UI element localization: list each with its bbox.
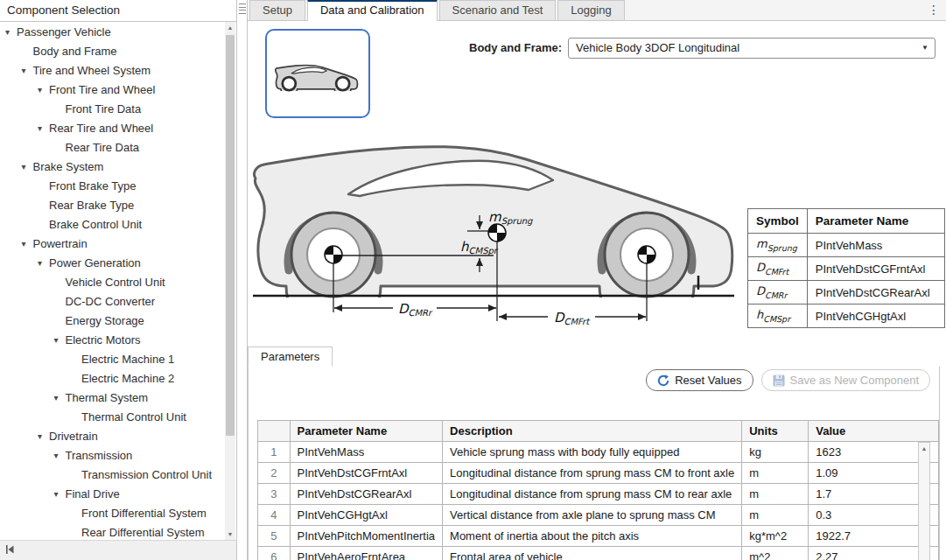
vehicle-diagram: mSprung hCMSpr DCMRr DCMFrt [250, 140, 740, 346]
symbol-table: SymbolParameter Name mSprungPIntVehMassD… [747, 208, 945, 328]
cm-marker-rear-wheel [325, 246, 342, 263]
tree-item-label: Electric Machine 2 [81, 372, 174, 385]
panel-splitter[interactable] [237, 0, 247, 560]
units-cell: m [742, 505, 809, 526]
label-d-cmfrt: DCMFrt [554, 310, 591, 326]
tree-expander-icon[interactable]: ▾ [22, 162, 33, 172]
tree-expander-icon[interactable]: ▾ [38, 85, 49, 94]
tree-item-electric-machine-1[interactable]: Electric Machine 1 [0, 349, 224, 368]
tree-expander-icon[interactable]: ▾ [22, 66, 33, 75]
tree-expander-icon[interactable]: ▾ [22, 239, 33, 248]
description-cell: Longitudinal distance from sprung mass C… [443, 484, 742, 505]
save-as-new-component-button[interactable]: Save as New Component [761, 369, 930, 391]
tree-item-front-brake-type[interactable]: Front Brake Type [0, 176, 224, 195]
cm-marker-sprung-mass [488, 224, 506, 242]
component-selection-panel: Component Selection ▾Passenger VehicleBo… [0, 0, 237, 560]
tree-item-vehicle-control-unit[interactable]: Vehicle Control Unit [0, 272, 224, 291]
tree-expander-icon[interactable]: ▾ [54, 451, 66, 460]
table-scrollbar[interactable]: ▲ ▼ [918, 442, 930, 560]
tree-item-powertrain[interactable]: ▾Powertrain [0, 234, 224, 253]
tree-item-rear-differential-system[interactable]: Rear Differential System [0, 522, 224, 540]
tree-item-drivetrain[interactable]: ▾Drivetrain [0, 426, 224, 445]
symbol-table-row: mSprungPIntVehMass [748, 234, 945, 257]
tree-item-dc-dc-converter[interactable]: DC-DC Converter [0, 291, 224, 311]
tree-item-transmission[interactable]: ▾Transmission [0, 445, 224, 465]
tab-scenario-and-test[interactable]: Scenario and Test [439, 0, 557, 20]
parameters-body: Reset Values Save as New Com [248, 367, 940, 560]
tree-scrollbar[interactable]: ▲ ▼ [225, 22, 235, 540]
tree-item-label: DC-DC Converter [66, 295, 156, 308]
scroll-down-icon[interactable]: ▼ [225, 528, 235, 540]
tree-item-final-drive[interactable]: ▾Final Drive [0, 484, 224, 503]
tree-item-front-tire-data[interactable]: Front Tire Data [0, 99, 224, 118]
tree-item-label: Transmission Control Unit [81, 468, 212, 481]
tree-expander-icon[interactable]: ▾ [38, 258, 49, 268]
tree-item-rear-tire-and-wheel[interactable]: ▾Rear Tire and Wheel [0, 118, 224, 137]
tab-bar: SetupData and CalibrationScenario and Te… [248, 0, 946, 21]
tab-parameters[interactable]: Parameters [248, 346, 333, 367]
body-frame-label: Body and Frame: [469, 38, 562, 59]
tree-item-label: Front Differential System [81, 507, 207, 520]
car-thumbnail-icon [275, 60, 359, 95]
tree-item-rear-tire-data[interactable]: Rear Tire Data [0, 137, 224, 157]
collapse-panel-icon[interactable] [5, 544, 16, 557]
tree-item-brake-system[interactable]: ▾Brake System [0, 157, 224, 176]
tree-expander-icon[interactable]: ▾ [38, 431, 49, 441]
param-table-header [258, 421, 291, 442]
parameter-name-cell: PIntVehCGHgtAxl [807, 304, 944, 328]
tree-item-tire-and-wheel-system[interactable]: ▾Tire and Wheel System [0, 60, 224, 80]
table-row: 1PIntVehMassVehicle sprung mass with bod… [258, 442, 939, 463]
param-name-cell: PIntVehDstCGRearAxl [290, 484, 443, 505]
table-row: 2PIntVehDstCGFrntAxlLongitudinal distanc… [258, 463, 939, 484]
tree-expander-icon[interactable]: ▾ [54, 335, 66, 345]
tree-item-energy-storage[interactable]: Energy Storage [0, 311, 224, 330]
tab-logging[interactable]: Logging [557, 0, 624, 20]
tree-expander-icon[interactable]: ▾ [54, 393, 66, 402]
chevron-down-icon: ▼ [921, 38, 928, 58]
tree-item-front-tire-and-wheel[interactable]: ▾Front Tire and Wheel [0, 80, 224, 99]
units-cell: kg [742, 442, 809, 463]
symbol-cell: hCMSpr [748, 304, 808, 328]
main-panel: SetupData and CalibrationScenario and Te… [247, 0, 946, 560]
tree-item-body-and-frame[interactable]: Body and Frame [0, 41, 224, 60]
tab-setup[interactable]: Setup [249, 0, 305, 20]
parameter-name-cell: PIntVehDstCGFrntAxl [807, 257, 944, 281]
description-cell: Vertical distance from axle plane to spr… [443, 505, 742, 526]
reset-values-button[interactable]: Reset Values [646, 369, 753, 391]
symbol-table-header: Symbol [748, 209, 808, 234]
param-table-header: Description [443, 421, 742, 442]
tree-item-electric-machine-2[interactable]: Electric Machine 2 [0, 368, 224, 388]
save-icon [773, 374, 785, 387]
tree-item-transmission-control-unit[interactable]: Transmission Control Unit [0, 465, 224, 484]
parameters-panel: Parameters Reset Values [248, 346, 940, 560]
tree-item-electric-motors[interactable]: ▾Electric Motors [0, 330, 224, 349]
table-row: 4PIntVehCGHgtAxlVertical distance from a… [258, 505, 939, 526]
scroll-up-icon[interactable]: ▲ [225, 22, 235, 33]
tree-item-label: Final Drive [66, 487, 120, 500]
description-cell: Frontal area of vehicle [443, 547, 742, 560]
tree-item-label: Rear Differential System [81, 526, 205, 539]
scroll-up-icon[interactable]: ▲ [919, 443, 929, 454]
data-calibration-content: Body and Frame: Vehicle Body 3DOF Longit… [248, 21, 946, 560]
body-frame-thumbnail[interactable] [265, 29, 370, 118]
tree-expander-icon[interactable]: ▾ [5, 27, 17, 37]
tree-expander-icon[interactable]: ▾ [54, 489, 66, 499]
tree-item-passenger-vehicle[interactable]: ▾Passenger Vehicle [0, 22, 224, 41]
overflow-menu-icon[interactable]: ⋮ [927, 2, 941, 18]
dropdown-value: Vehicle Body 3DOF Longitudinal [576, 41, 739, 54]
tree-item-thermal-system[interactable]: ▾Thermal System [0, 388, 224, 407]
tree-item-rear-brake-type[interactable]: Rear Brake Type [0, 195, 224, 214]
tree-item-label: Front Tire Data [66, 102, 142, 116]
tree-item-front-differential-system[interactable]: Front Differential System [0, 503, 224, 522]
row-number-cell: 3 [258, 484, 291, 505]
body-frame-dropdown[interactable]: Vehicle Body 3DOF Longitudinal ▼ [568, 38, 935, 59]
tree-item-power-generation[interactable]: ▾Power Generation [0, 253, 224, 272]
splitter-grip-icon[interactable] [239, 4, 246, 14]
tree-item-thermal-control-unit[interactable]: Thermal Control Unit [0, 407, 224, 426]
param-table-header: Value [809, 421, 939, 442]
tree-item-brake-control-unit[interactable]: Brake Control Unit [0, 214, 224, 234]
tab-data-and-calibration[interactable]: Data and Calibration [307, 0, 438, 21]
tree-expander-icon[interactable]: ▾ [38, 123, 49, 133]
description-cell: Moment of inertia about the pitch axis [443, 526, 742, 547]
scrollbar-thumb[interactable] [226, 35, 235, 436]
